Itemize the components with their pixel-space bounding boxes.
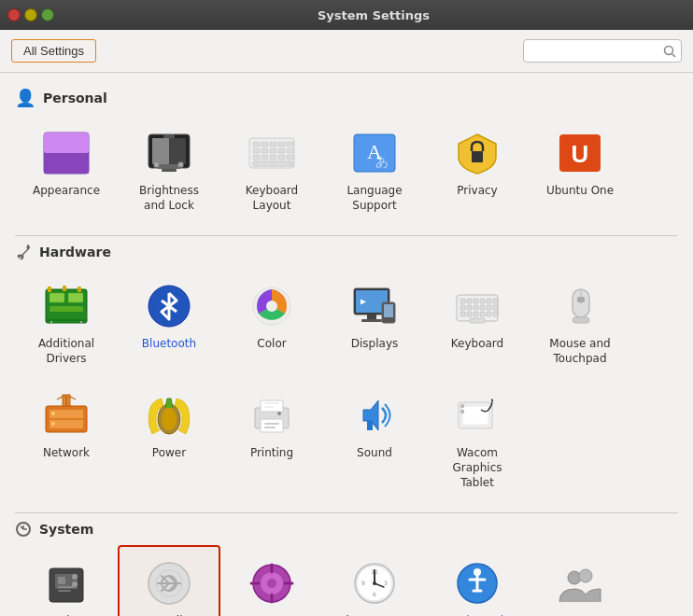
item-icon-management-service (245, 556, 299, 610)
settings-item-network[interactable]: Network (15, 377, 118, 501)
settings-item-color[interactable]: Color (220, 268, 323, 377)
svg-rect-106 (58, 586, 75, 588)
section-icon-personal: 👤 (15, 88, 35, 107)
settings-item-power[interactable]: Power (118, 377, 220, 501)
section-header-personal: 👤Personal (15, 88, 678, 107)
item-icon-brightness (142, 126, 196, 180)
svg-rect-74 (474, 312, 478, 316)
svg-rect-101 (460, 410, 464, 413)
svg-point-86 (51, 422, 55, 426)
item-icon-time-date: 6 12 9 3 (347, 556, 402, 610)
settings-item-brightness[interactable]: Brightnessand Lock (118, 115, 220, 224)
svg-rect-26 (270, 155, 276, 160)
svg-rect-76 (487, 312, 491, 316)
svg-text:あ: あ (375, 155, 389, 169)
svg-text:3: 3 (384, 580, 388, 586)
svg-rect-11 (178, 162, 183, 167)
svg-rect-15 (262, 142, 268, 147)
svg-rect-68 (474, 305, 478, 310)
svg-rect-67 (467, 305, 472, 310)
item-icon-color (245, 279, 299, 333)
section-divider (15, 235, 678, 236)
settings-item-printing[interactable]: Printing (220, 377, 323, 501)
item-icon-appearance (39, 126, 93, 180)
settings-item-language-support[interactable]: A あLanguageSupport (323, 115, 426, 224)
svg-rect-66 (460, 305, 465, 310)
item-icon-mouse-touchpad (553, 279, 607, 333)
settings-item-mouse-touchpad[interactable]: Mouse andTouchpad (529, 268, 631, 377)
svg-rect-48 (78, 287, 81, 292)
svg-rect-16 (270, 142, 276, 147)
item-label-privacy: Privacy (457, 184, 497, 199)
window-title: System Settings (62, 8, 686, 22)
items-grid-hardware: AdditionalDrivers Bluetooth Color ▶Displ… (15, 264, 678, 505)
settings-item-displays[interactable]: ▶Displays (323, 268, 426, 377)
svg-point-85 (51, 412, 55, 415)
svg-rect-27 (278, 155, 285, 160)
settings-item-time-date[interactable]: 6 12 9 3Time & Date (323, 545, 426, 616)
svg-point-120 (373, 581, 376, 585)
item-label-power: Power (152, 446, 186, 461)
item-label-wacom: WacomGraphicsTablet (453, 446, 502, 490)
item-icon-ubuntu-one: U (553, 126, 607, 180)
all-settings-button[interactable]: All Settings (11, 39, 96, 63)
close-button[interactable] (7, 8, 21, 21)
settings-item-universal-access[interactable]: UniversalAccess (426, 545, 529, 616)
maximize-button[interactable] (41, 8, 54, 21)
svg-rect-43 (68, 293, 83, 302)
section-label-personal: Personal (43, 91, 107, 105)
item-icon-power (142, 388, 196, 442)
svg-text:12: 12 (371, 568, 378, 575)
svg-rect-34 (253, 161, 290, 166)
item-icon-sound (347, 388, 402, 442)
svg-rect-99 (462, 406, 488, 425)
settings-item-keyboard-layout[interactable]: KeyboardLayout (220, 115, 323, 224)
settings-item-backup[interactable]: Backup (15, 545, 118, 616)
settings-item-bluetooth[interactable]: Bluetooth (118, 268, 220, 377)
item-label-network: Network (43, 446, 90, 461)
svg-rect-20 (262, 148, 268, 153)
window-controls[interactable] (7, 8, 54, 21)
item-icon-privacy (450, 126, 504, 180)
settings-item-details[interactable]: Details (118, 545, 220, 616)
item-icon-wacom (450, 388, 504, 442)
svg-rect-72 (460, 312, 465, 316)
svg-point-115 (267, 579, 276, 588)
item-icon-printing (245, 388, 299, 442)
svg-rect-19 (253, 148, 260, 153)
svg-rect-61 (467, 299, 472, 303)
minimize-button[interactable] (24, 8, 37, 21)
settings-item-wacom[interactable]: WacomGraphicsTablet (426, 377, 529, 501)
settings-item-privacy[interactable]: Privacy (426, 115, 529, 224)
section-icon-hardware (15, 244, 32, 260)
settings-item-user-accounts[interactable]: UserAccounts (529, 545, 631, 616)
section-label-hardware: Hardware (39, 245, 111, 259)
settings-item-keyboard[interactable]: Keyboard (426, 268, 529, 377)
svg-point-95 (277, 412, 281, 415)
settings-item-ubuntu-one[interactable]: UUbuntu One (529, 115, 631, 224)
svg-rect-57 (384, 304, 393, 317)
settings-item-management-service[interactable]: ManagementService (220, 545, 323, 616)
item-label-sound: Sound (357, 446, 392, 461)
svg-text:9: 9 (361, 580, 365, 586)
svg-rect-18 (287, 142, 293, 147)
svg-rect-73 (467, 312, 472, 316)
item-label-brightness: Brightnessand Lock (139, 184, 199, 213)
svg-rect-65 (493, 299, 498, 303)
svg-rect-105 (58, 577, 65, 584)
svg-rect-75 (480, 312, 485, 316)
item-label-language-support: LanguageSupport (346, 184, 402, 213)
section-divider (15, 512, 678, 513)
settings-item-sound[interactable]: Sound (323, 377, 426, 501)
section-header-system: System (15, 521, 678, 538)
svg-rect-22 (278, 148, 285, 153)
item-icon-network (39, 388, 93, 442)
section-header-hardware: Hardware (15, 244, 678, 260)
search-input[interactable] (523, 39, 682, 63)
svg-rect-47 (63, 286, 66, 291)
settings-item-appearance[interactable]: Appearance (15, 115, 118, 224)
search-box (523, 39, 682, 63)
svg-line-1 (672, 53, 676, 57)
settings-item-additional-drivers[interactable]: AdditionalDrivers (15, 268, 118, 377)
item-icon-bluetooth (142, 279, 196, 333)
